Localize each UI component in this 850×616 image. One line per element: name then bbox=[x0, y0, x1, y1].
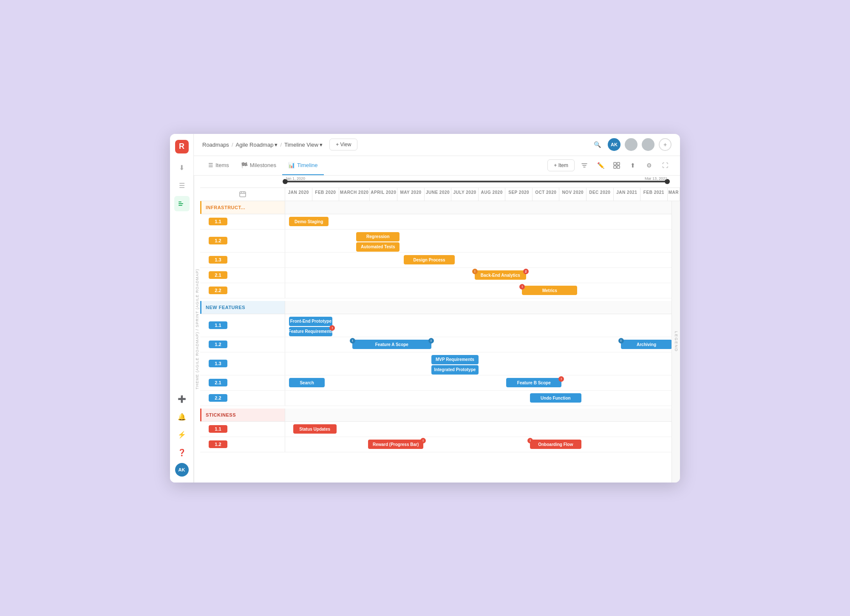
bar-archiving[interactable]: ! Archiving bbox=[621, 340, 672, 349]
date-end: Mar 13, 2021 bbox=[645, 176, 667, 181]
sidebar-item-download[interactable]: ⬇ bbox=[174, 160, 190, 176]
row-bars-nf-1-2: ! Feature A Scope ! ! Archiving bbox=[285, 337, 680, 352]
badge-right: 2 bbox=[523, 269, 529, 274]
bar-backend-analytics[interactable]: ! Back-End Analytics 2 bbox=[475, 270, 526, 280]
bar-feature-a-scope[interactable]: ! Feature A Scope ! bbox=[352, 340, 431, 349]
sidebar-avatar[interactable]: AK bbox=[175, 463, 189, 477]
group-infrastructure: INFRASTRUCT... bbox=[200, 201, 680, 214]
sidebar-item-tasks[interactable]: ☰ bbox=[174, 178, 190, 193]
user-avatar-1[interactable] bbox=[625, 138, 638, 151]
edit-icon[interactable]: ✏️ bbox=[594, 159, 607, 172]
svg-rect-3 bbox=[614, 162, 616, 165]
topnav-right: 🔍 AK + bbox=[591, 138, 672, 151]
add-view-button[interactable]: + View bbox=[329, 139, 357, 150]
bar-integrated-prototype[interactable]: Integrated Prototype bbox=[431, 365, 479, 375]
sidebar-item-lightning[interactable]: ⚡ bbox=[174, 427, 190, 443]
bar-metrics[interactable]: ! Metrics bbox=[522, 286, 577, 295]
tabbar-right: + Item ✏️ ⬆ ⚙ ⛶ bbox=[547, 159, 672, 172]
table-row: 1.3 MVP Requirements Integrated Prototyp… bbox=[200, 352, 680, 375]
badge-onboard-l: ! bbox=[527, 438, 533, 443]
month-apr2020: APRIL 2020 bbox=[370, 188, 397, 201]
row-label-s-1-2: 1.2 bbox=[200, 437, 285, 452]
bar-onboarding-flow[interactable]: ! Onboarding Flow bbox=[530, 440, 581, 449]
breadcrumb-project[interactable]: Agile Roadmap ▾ bbox=[236, 142, 278, 148]
row-label-nf-1-3: 1.3 bbox=[200, 352, 285, 375]
month-mar2021: MAR bbox=[668, 188, 680, 201]
bar-design-process[interactable]: Design Process bbox=[404, 255, 455, 264]
breadcrumb-view[interactable]: Timeline View ▾ bbox=[284, 142, 323, 148]
flag-icon: 🏁 bbox=[241, 162, 248, 168]
legend-panel: LEGEND bbox=[672, 201, 680, 483]
months-row: JAN 2020 FEB 2020 MARCH 2020 APRIL 2020 … bbox=[200, 187, 680, 201]
sidebar-item-help[interactable]: ❓ bbox=[174, 445, 190, 460]
topnav: Roadmaps / Agile Roadmap ▾ / Timeline Vi… bbox=[194, 134, 680, 156]
row-label-infra-1-2: 1.2 bbox=[200, 230, 285, 252]
bar-mvp-requirements[interactable]: MVP Requirements bbox=[431, 355, 479, 364]
row-bars-nf-2-2: Undo Function bbox=[285, 391, 680, 406]
legend-label: LEGEND bbox=[674, 331, 678, 352]
bar-feature-b-scope[interactable]: Feature B Scope ! bbox=[506, 378, 561, 387]
settings-icon[interactable]: ⚙ bbox=[643, 159, 655, 172]
bar-regression[interactable]: Regression bbox=[356, 232, 400, 241]
row-bars-infra-1-3: Design Process bbox=[285, 253, 680, 267]
filter-icon[interactable] bbox=[578, 159, 591, 172]
tab-milestones[interactable]: 🏁 Milestones bbox=[235, 156, 282, 175]
export-icon[interactable]: ⬆ bbox=[626, 159, 639, 172]
row-label-infra-2-2: 2.2 bbox=[200, 283, 285, 298]
sidebar-item-add[interactable]: ➕ bbox=[174, 392, 190, 407]
badge-fbs-r: ! bbox=[558, 376, 564, 382]
group-timeline-infrastructure bbox=[285, 201, 680, 214]
add-item-button[interactable]: + Item bbox=[547, 159, 575, 171]
fullscreen-icon[interactable]: ⛶ bbox=[659, 159, 672, 172]
tab-items[interactable]: ☰ Items bbox=[202, 156, 235, 175]
sidebar-bottom: ➕ 🔔 ⚡ ❓ AK bbox=[174, 392, 190, 477]
row-bars-nf-1-3: MVP Requirements Integrated Prototype bbox=[285, 352, 680, 375]
table-row: 2.1 ! Back-End Analytics 2 bbox=[200, 268, 680, 283]
chevron-down-icon: ▾ bbox=[275, 142, 278, 148]
table-row: 2.1 Search Feature B Scope ! bbox=[200, 375, 680, 391]
month-feb2021: FEB 2021 bbox=[640, 188, 668, 201]
tab-timeline[interactable]: 📊 Timeline bbox=[282, 156, 324, 175]
month-may2020: MAY 2020 bbox=[397, 188, 425, 201]
svg-rect-1 bbox=[178, 203, 183, 204]
bar-search[interactable]: Search bbox=[289, 378, 325, 387]
group-label-stickiness: STICKINESS bbox=[200, 409, 285, 421]
breadcrumb-root[interactable]: Roadmaps bbox=[202, 142, 229, 148]
app-logo[interactable]: R bbox=[175, 140, 189, 153]
bar-reward-progress[interactable]: Reward (Progress Bar) ! bbox=[368, 440, 423, 449]
bar-automated-tests[interactable]: Automated Tests bbox=[356, 242, 400, 252]
table-row: 1.2 ! Feature A Scope ! ! Archiving bbox=[200, 337, 680, 352]
sidebar-item-bell[interactable]: 🔔 bbox=[174, 409, 190, 425]
add-user-button[interactable]: + bbox=[659, 138, 672, 151]
user-avatar-ak[interactable]: AK bbox=[608, 138, 620, 151]
bar-status-updates[interactable]: Status Updates bbox=[293, 424, 337, 434]
row-bars-nf-1-1: Front-End Prototype Feature Requirements… bbox=[285, 314, 680, 337]
bar-demo-staging[interactable]: Demo Staging bbox=[289, 217, 329, 226]
main-content: Roadmaps / Agile Roadmap ▾ / Timeline Vi… bbox=[194, 134, 680, 483]
row-bars-nf-2-1: Search Feature B Scope ! bbox=[285, 375, 680, 390]
bar-feature-requirements[interactable]: Feature Requirements ! bbox=[289, 327, 332, 336]
search-icon[interactable]: 🔍 bbox=[591, 138, 604, 151]
sidebar: R ⬇ ☰ ➕ 🔔 ⚡ ❓ AK bbox=[170, 134, 194, 483]
user-avatar-2[interactable] bbox=[642, 138, 654, 151]
timeline-area: THEME (AGILE ROADMAP) / SPRINT (AGILE RO… bbox=[194, 176, 680, 483]
row-bars-infra-2-2: ! Metrics bbox=[285, 283, 680, 298]
table-row: 1.1 Front-End Prototype Feature Requirem… bbox=[200, 314, 680, 337]
gantt-body: INFRASTRUCT... 1.1 Demo Staging bbox=[200, 201, 680, 483]
badge-arch-l: ! bbox=[618, 338, 624, 343]
table-row: 1.2 Regression Automated Tests bbox=[200, 230, 680, 253]
grid-icon[interactable] bbox=[610, 159, 623, 172]
sidebar-item-roadmap[interactable] bbox=[174, 196, 190, 211]
row-label-infra-1-3: 1.3 bbox=[200, 253, 285, 267]
badge-fr: ! bbox=[329, 325, 335, 331]
table-row: 1.1 Status Updates bbox=[200, 422, 680, 437]
bar-frontend-prototype[interactable]: Front-End Prototype bbox=[289, 317, 332, 326]
group-timeline-stickiness bbox=[285, 409, 680, 421]
bar-undo-function[interactable]: Undo Function bbox=[530, 393, 581, 403]
month-dec2020: DEC 2020 bbox=[586, 188, 614, 201]
row-label-nf-2-2: 2.2 bbox=[200, 391, 285, 406]
month-jan2021: JAN 2021 bbox=[614, 188, 641, 201]
row-bars-infra-2-1: ! Back-End Analytics 2 bbox=[285, 268, 680, 283]
row-label-s-1-1: 1.1 bbox=[200, 422, 285, 437]
month-mar2020: MARCH 2020 bbox=[339, 188, 370, 201]
